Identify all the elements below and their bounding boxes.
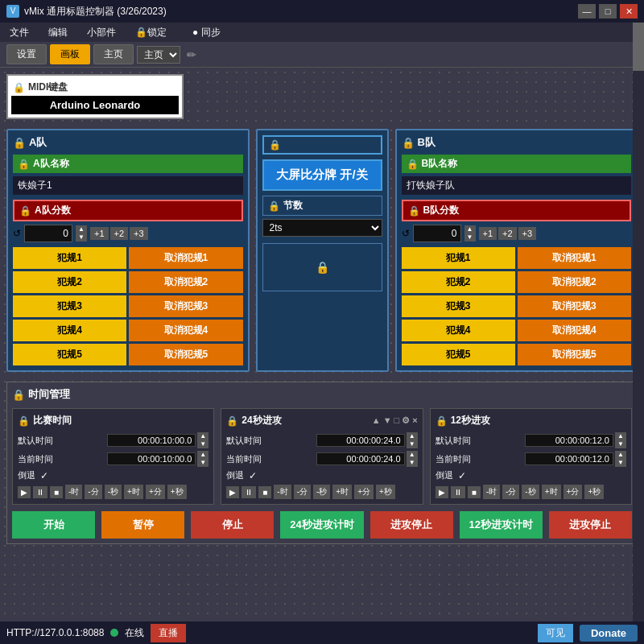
team-a-score-down[interactable]: ▼ [76, 233, 87, 242]
team-a-add3-btn[interactable]: +3 [130, 227, 148, 240]
team-a-refresh-icon[interactable]: ↺ [13, 228, 21, 239]
attack24-minus-sec[interactable]: -秒 [313, 485, 330, 499]
team-b-foul1-btn[interactable]: 犯规1 [402, 247, 515, 269]
team-b-cancel-foul4-btn[interactable]: 取消犯规4 [518, 320, 631, 341]
team-b-add2-btn[interactable]: +2 [498, 227, 517, 240]
minimize-button[interactable]: — [578, 4, 596, 19]
pause-btn[interactable]: 暂停 [101, 511, 184, 539]
team-b-foul3-btn[interactable]: 犯规3 [402, 295, 515, 317]
attack24-current-down[interactable]: ▼ [407, 459, 418, 467]
menu-edit[interactable]: 编辑 [45, 26, 71, 39]
attack24-current-input[interactable] [316, 452, 405, 465]
attack12-play-btn[interactable]: ▶ [436, 486, 448, 498]
match-current-input[interactable] [107, 452, 196, 465]
attack12-action-btn[interactable]: 12秒进攻计时 [460, 511, 543, 539]
period-select[interactable]: 2ts [262, 219, 382, 237]
attack24-action-btn[interactable]: 24秒进攻计时 [280, 511, 363, 539]
attack24-default-up[interactable]: ▲ [407, 432, 418, 440]
team-a-foul5-btn[interactable]: 犯规5 [13, 344, 126, 365]
team-a-cancel-foul3-btn[interactable]: 取消犯规3 [129, 295, 242, 317]
attack12-plus-sec[interactable]: +秒 [584, 485, 604, 499]
team-a-add1-btn[interactable]: +1 [90, 227, 109, 240]
attack24-minus-hour[interactable]: -时 [274, 485, 291, 499]
team-a-cancel-foul4-btn[interactable]: 取消犯规4 [129, 320, 242, 341]
scroll-thumb[interactable] [633, 23, 644, 71]
big-screen-btn[interactable]: 大屏比分牌 开/关 [262, 159, 382, 191]
attack24-down-icon[interactable]: ▼ [383, 415, 392, 426]
attack24-stop-btn[interactable]: 进攻停止 [370, 511, 453, 539]
maximize-button[interactable]: □ [599, 4, 617, 19]
attack12-current-input[interactable] [525, 452, 613, 465]
team-b-add1-btn[interactable]: +1 [479, 227, 497, 240]
attack24-plus-min[interactable]: +分 [354, 485, 374, 499]
team-a-cancel-foul1-btn[interactable]: 取消犯规1 [129, 247, 242, 269]
page-select[interactable]: 主页 [137, 46, 180, 64]
stop-btn[interactable]: 停止 [191, 511, 274, 539]
match-pause-btn[interactable]: ⏸ [33, 486, 47, 498]
attack24-default-input[interactable] [316, 434, 405, 447]
team-a-foul1-btn[interactable]: 犯规1 [13, 247, 126, 269]
team-b-foul5-btn[interactable]: 犯规5 [402, 344, 515, 365]
match-stop-btn[interactable]: ■ [50, 486, 63, 498]
team-b-score-up[interactable]: ▲ [464, 225, 476, 233]
menu-lock[interactable]: 🔒锁定 [132, 26, 170, 39]
match-minus-min-btn[interactable]: -分 [85, 485, 101, 499]
visible-btn[interactable]: 可见 [538, 624, 573, 642]
match-plus-min-btn[interactable]: +分 [146, 485, 165, 499]
match-current-down[interactable]: ▼ [197, 459, 208, 467]
attack24-default-down[interactable]: ▼ [407, 440, 418, 448]
attack24-pause-btn[interactable]: ⏸ [242, 486, 256, 498]
donate-btn[interactable]: Donate [580, 625, 638, 642]
menu-file[interactable]: 文件 [6, 26, 32, 39]
match-default-down[interactable]: ▼ [197, 440, 208, 448]
match-plus-hour-btn[interactable]: +时 [124, 485, 143, 499]
team-a-cancel-foul2-btn[interactable]: 取消犯规2 [129, 271, 242, 293]
attack24-copy-icon[interactable]: □ [394, 415, 400, 426]
team-a-cancel-foul5-btn[interactable]: 取消犯规5 [129, 344, 242, 365]
attack12-stop-btn[interactable]: ■ [468, 486, 481, 498]
team-a-foul3-btn[interactable]: 犯规3 [13, 295, 126, 317]
attack24-stop-btn[interactable]: ■ [258, 486, 271, 498]
team-a-score-up[interactable]: ▲ [76, 225, 87, 233]
team-a-score-input[interactable] [24, 225, 72, 242]
match-current-up[interactable]: ▲ [197, 451, 208, 459]
match-default-input[interactable] [107, 434, 196, 447]
team-b-cancel-foul3-btn[interactable]: 取消犯规3 [518, 295, 631, 317]
team-b-refresh-icon[interactable]: ↺ [402, 228, 410, 239]
menu-widget[interactable]: 小部件 [84, 26, 119, 39]
team-b-cancel-foul1-btn[interactable]: 取消犯规1 [518, 247, 631, 269]
settings-tab[interactable]: 设置 [6, 44, 47, 64]
canvas-tab[interactable]: 画板 [50, 44, 90, 64]
attack24-current-up[interactable]: ▲ [407, 451, 418, 459]
menu-sync[interactable]: ● 同步 [189, 26, 224, 39]
attack24-minus-min[interactable]: -分 [294, 485, 311, 499]
attack12-plus-hour[interactable]: +时 [542, 485, 561, 499]
match-minus-hour-btn[interactable]: -时 [65, 485, 82, 499]
live-btn[interactable]: 直播 [151, 624, 186, 642]
attack12-minus-sec[interactable]: -秒 [522, 485, 539, 499]
attack12-pause-btn[interactable]: ⏸ [451, 486, 465, 498]
match-default-up[interactable]: ▲ [197, 432, 208, 440]
attack12-plus-min[interactable]: +分 [564, 485, 583, 499]
match-plus-sec-btn[interactable]: +秒 [167, 485, 187, 499]
attack24-plus-hour[interactable]: +时 [332, 485, 352, 499]
attack12-minus-min[interactable]: -分 [502, 485, 519, 499]
attack12-stop-btn[interactable]: 进攻停止 [549, 511, 632, 539]
attack12-current-up[interactable]: ▲ [615, 451, 626, 459]
team-b-cancel-foul5-btn[interactable]: 取消犯规5 [518, 344, 631, 365]
start-btn[interactable]: 开始 [12, 511, 95, 539]
team-b-score-down[interactable]: ▼ [464, 233, 476, 242]
team-a-foul2-btn[interactable]: 犯规2 [13, 271, 126, 293]
attack12-default-input[interactable] [525, 434, 613, 447]
attack12-minus-hour[interactable]: -时 [483, 485, 500, 499]
team-b-cancel-foul2-btn[interactable]: 取消犯规2 [518, 271, 631, 293]
team-b-foul4-btn[interactable]: 犯规4 [402, 320, 515, 341]
attack24-play-btn[interactable]: ▶ [226, 486, 239, 498]
attack24-close-icon[interactable]: × [412, 415, 417, 426]
attack24-gear-icon[interactable]: ⚙ [402, 415, 410, 426]
match-play-btn[interactable]: ▶ [18, 486, 31, 498]
attack24-up-icon[interactable]: ▲ [372, 415, 381, 426]
attack12-current-down[interactable]: ▼ [615, 459, 626, 467]
edit-icon[interactable]: ✏ [187, 48, 196, 61]
attack12-default-down[interactable]: ▼ [615, 440, 626, 448]
